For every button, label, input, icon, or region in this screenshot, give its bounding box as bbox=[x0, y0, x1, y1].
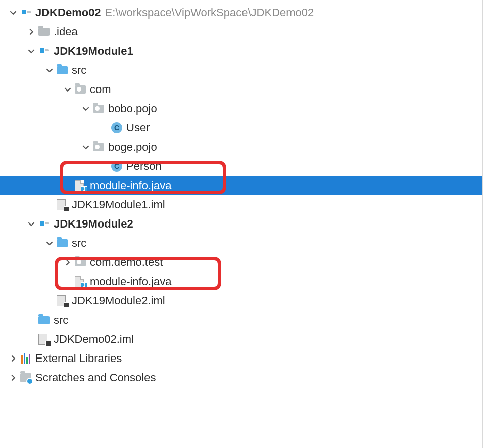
chevron-down-icon[interactable] bbox=[80, 105, 92, 112]
chevron-right-icon[interactable] bbox=[7, 355, 19, 362]
comdemotest-label: com.demo.test bbox=[90, 256, 163, 269]
scratches-icon bbox=[19, 371, 32, 384]
tree-node-scratches[interactable]: Scratches and Consoles bbox=[0, 368, 482, 387]
chevron-down-icon[interactable] bbox=[25, 48, 37, 55]
iml-file-icon bbox=[37, 333, 51, 346]
java-file-icon: J bbox=[74, 275, 87, 288]
com-label: com bbox=[90, 83, 111, 96]
class-icon: C bbox=[110, 121, 123, 135]
bobo-pojo-label: bobo.pojo bbox=[108, 102, 157, 115]
chevron-down-icon[interactable] bbox=[25, 220, 37, 228]
module2-iml-label: JDK19Module2.iml bbox=[72, 294, 165, 307]
tree-node-boge-pojo[interactable]: boge.pojo bbox=[0, 138, 482, 157]
source-folder-icon bbox=[56, 64, 69, 77]
iml-file-icon bbox=[56, 198, 69, 211]
src-label: src bbox=[72, 64, 86, 77]
package-icon bbox=[92, 141, 105, 154]
project-path: E:\workspace\VipWorkSpace\JDKDemo02 bbox=[105, 6, 314, 19]
module1-iml-label: JDK19Module1.iml bbox=[72, 198, 165, 211]
module2-moduleinfo-label: module-info.java bbox=[90, 275, 171, 288]
tree-node-person-class[interactable]: C Person bbox=[0, 157, 482, 176]
tree-node-module1-iml[interactable]: JDK19Module1.iml bbox=[0, 195, 482, 214]
project-name: JDKDemo02 bbox=[35, 6, 101, 19]
person-class-label: Person bbox=[126, 160, 162, 173]
tree-node-module1-module-info[interactable]: J module-info.java bbox=[0, 176, 482, 195]
source-folder-icon bbox=[56, 237, 69, 250]
tree-node-module1[interactable]: JDK19Module1 bbox=[0, 41, 482, 61]
tree-node-com-demo-test[interactable]: com.demo.test bbox=[0, 253, 482, 272]
tree-node-module1-src[interactable]: src bbox=[0, 61, 482, 80]
user-class-label: User bbox=[126, 121, 150, 135]
project-tree[interactable]: JDKDemo02 E:\workspace\VipWorkSpace\JDKD… bbox=[0, 0, 483, 448]
chevron-right-icon[interactable] bbox=[62, 259, 74, 266]
tree-node-external-libraries[interactable]: External Libraries bbox=[0, 349, 482, 368]
tree-node-module2[interactable]: JDK19Module2 bbox=[0, 214, 482, 234]
tree-node-user-class[interactable]: C User bbox=[0, 118, 482, 138]
tree-node-project-src[interactable]: src bbox=[0, 310, 482, 330]
source-folder-icon bbox=[37, 313, 51, 327]
tree-node-com[interactable]: com bbox=[0, 80, 482, 99]
tree-node-bobo-pojo[interactable]: bobo.pojo bbox=[0, 99, 482, 118]
tree-node-module2-src[interactable]: src bbox=[0, 234, 482, 253]
package-icon bbox=[74, 256, 87, 269]
java-file-icon: J bbox=[74, 179, 87, 192]
module2-label: JDK19Module2 bbox=[54, 217, 133, 231]
module-icon bbox=[19, 6, 32, 19]
project-iml-label: JDKDemo02.iml bbox=[54, 333, 134, 346]
chevron-down-icon[interactable] bbox=[80, 144, 92, 151]
scratches-label: Scratches and Consoles bbox=[35, 371, 156, 384]
module1-label: JDK19Module1 bbox=[54, 44, 133, 58]
module2-src-label: src bbox=[72, 237, 86, 250]
chevron-down-icon[interactable] bbox=[62, 86, 74, 93]
chevron-right-icon[interactable] bbox=[25, 28, 37, 35]
idea-folder-label: .idea bbox=[54, 25, 78, 38]
chevron-down-icon[interactable] bbox=[43, 67, 56, 74]
tree-node-project-iml[interactable]: JDKDemo02.iml bbox=[0, 330, 482, 349]
tree-node-jdkdemo02[interactable]: JDKDemo02 E:\workspace\VipWorkSpace\JDKD… bbox=[0, 3, 482, 22]
external-libraries-label: External Libraries bbox=[35, 352, 122, 365]
folder-icon bbox=[37, 25, 51, 38]
module-icon bbox=[37, 217, 51, 231]
class-icon: C bbox=[110, 160, 123, 173]
tree-node-module2-iml[interactable]: JDK19Module2.iml bbox=[0, 291, 482, 310]
libraries-icon bbox=[19, 352, 32, 365]
project-src-label: src bbox=[54, 313, 68, 327]
tree-node-idea[interactable]: .idea bbox=[0, 22, 482, 41]
module-icon bbox=[37, 44, 51, 58]
package-icon bbox=[92, 102, 105, 115]
chevron-down-icon[interactable] bbox=[7, 9, 19, 16]
iml-file-icon bbox=[56, 294, 69, 307]
tree-node-module2-module-info[interactable]: J module-info.java bbox=[0, 272, 482, 291]
boge-pojo-label: boge.pojo bbox=[108, 141, 157, 154]
chevron-down-icon[interactable] bbox=[43, 240, 56, 247]
package-icon bbox=[74, 83, 87, 96]
module1-moduleinfo-label: module-info.java bbox=[90, 179, 171, 192]
chevron-right-icon[interactable] bbox=[7, 374, 19, 381]
